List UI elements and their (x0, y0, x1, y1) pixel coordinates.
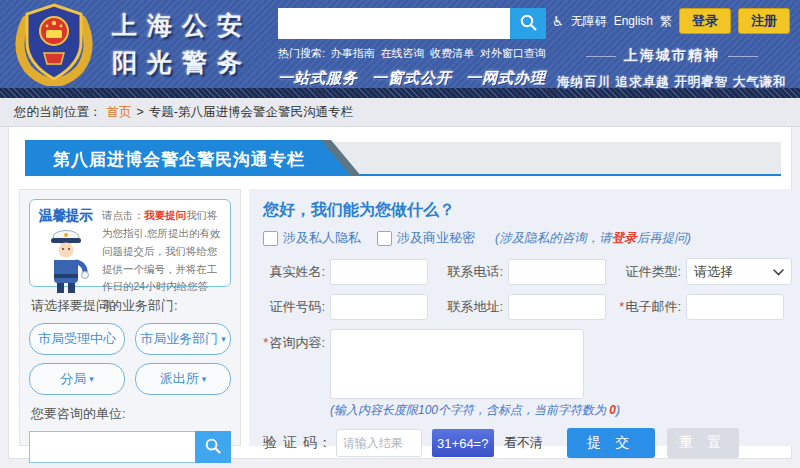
inquiry-form-panel: 您好，我们能为您做什么？ 涉及私人隐私 涉及商业秘密 (涉及隐私的咨询，请登录后… (249, 189, 800, 446)
page-title-banner: 第八届进博会警企警民沟通专栏 (19, 140, 781, 176)
site-title-line2: 阳光警务 (112, 44, 252, 81)
address-input[interactable] (508, 294, 606, 320)
privacy-login-link[interactable]: 登录 (612, 231, 637, 245)
slogan-one-window: 一窗式公开 (372, 69, 452, 88)
phone-label: 联系电话: (441, 263, 503, 281)
unit-search-button[interactable] (195, 431, 231, 463)
policeman-mascot-image (43, 227, 89, 297)
caret-down-icon: ▾ (89, 375, 94, 384)
city-spirit-text: 海纳百川 追求卓越 开明睿智 大气谦和 (554, 74, 790, 91)
private-privacy-checkbox[interactable] (263, 231, 278, 246)
tips-title: 温馨提示 (39, 207, 93, 225)
phone-input[interactable] (508, 259, 606, 285)
id-number-label: 证件号码: (263, 298, 325, 316)
unit-search-input[interactable] (29, 431, 195, 463)
private-privacy-label[interactable]: 涉及私人隐私 (283, 229, 361, 247)
tips-prefix: 请点击： (102, 209, 144, 221)
divider-line (728, 56, 758, 57)
site-title: 上海公安 阳光警务 (112, 7, 252, 81)
tips-body: 我们将为您指引.您所提出的有效问题提交后，我们将给您提供一个编号，并将在工作日的… (102, 209, 220, 310)
header-right-area: ♿ 无障碍 English 繁 登录 注册 上海城市精神 海纳百川 追求卓越 开… (554, 8, 790, 91)
traditional-chinese-link[interactable]: 繁 (660, 13, 672, 30)
dept-button-reception-center[interactable]: 市局受理中心 (29, 323, 125, 355)
slogan-one-net: 一网式办理 (466, 69, 546, 88)
login-button[interactable]: 登录 (679, 8, 731, 34)
privacy-note: (涉及隐私的咨询，请登录后再提问) (495, 230, 691, 247)
service-slogans: 一站式服务 一窗式公开 一网式办理 (278, 69, 546, 88)
inquiry-content-textarea[interactable] (330, 329, 584, 399)
hot-link-fees[interactable]: 收费清单 (430, 46, 474, 61)
city-spirit-heading: 上海城市精神 (554, 47, 790, 65)
captcha-image[interactable]: 31+64=? (432, 429, 494, 457)
hot-search-label: 热门搜索: (278, 46, 325, 61)
captcha-refresh-link[interactable]: 看不清 (504, 434, 543, 452)
hot-search-row: 热门搜索: 办事指南 在线咨询 收费清单 对外窗口查询 (278, 46, 546, 61)
sidebar-panel: 温馨提示 (19, 189, 241, 446)
police-badge-logo (12, 2, 96, 90)
breadcrumb-prefix: 您的当前位置： (14, 104, 102, 121)
captcha-label: 验 证 码： (263, 434, 333, 452)
id-type-label: 证件类型: (619, 263, 681, 281)
page-title: 第八届进博会警企警民沟通专栏 (53, 148, 305, 171)
dept-button-bureau-departments[interactable]: 市局业务部门 ▾ (135, 323, 231, 355)
name-input[interactable] (330, 259, 428, 285)
email-label: *电子邮件: (619, 298, 681, 316)
breadcrumb: 您的当前位置： 首页 > 专题-第八届进博会警企警民沟通专栏 (0, 98, 800, 127)
hot-link-consult[interactable]: 在线咨询 (381, 46, 425, 61)
header-search-area: 热门搜索: 办事指南 在线咨询 收费清单 对外窗口查询 一站式服务 一窗式公开 … (278, 8, 546, 88)
id-type-select[interactable]: 请选择 (686, 258, 792, 285)
email-input[interactable] (686, 294, 784, 320)
site-header: 上海公安 阳光警务 热门搜索: 办事指南 在线咨询 收费清单 对外窗口查询 一站… (0, 0, 800, 88)
form-greeting: 您好，我们能为您做什么？ (263, 200, 792, 221)
hot-link-window[interactable]: 对外窗口查询 (480, 46, 546, 61)
address-label: 联系地址: (441, 298, 503, 316)
required-mark: * (263, 335, 268, 350)
hot-link-guide[interactable]: 办事指南 (331, 46, 375, 61)
char-limit-note: (输入内容长度限100个字符，含标点，当前字符数为 0) (330, 402, 792, 419)
business-secret-label[interactable]: 涉及商业秘密 (397, 229, 475, 247)
accessibility-link[interactable]: 无障碍 (571, 13, 607, 30)
slogan-one-stop: 一站式服务 (278, 69, 358, 88)
department-buttons: 市局受理中心 市局业务部门 ▾ 分局 ▾ 派出所 ▾ (29, 323, 231, 395)
site-search-button[interactable] (510, 8, 546, 39)
content-wrapper: 第八届进博会警企警民沟通专栏 温馨提示 (8, 127, 792, 459)
unit-search-label: 您要咨询的单位: (31, 405, 229, 423)
chevron-down-icon (773, 264, 784, 279)
content-label: *咨询内容: (263, 334, 325, 399)
register-button[interactable]: 注册 (738, 8, 790, 34)
id-number-input[interactable] (330, 294, 428, 320)
breadcrumb-current: 专题-第八届进博会警企警民沟通专栏 (149, 104, 353, 121)
divider-line (586, 56, 616, 57)
site-title-line1: 上海公安 (112, 7, 252, 44)
search-icon (204, 437, 222, 458)
captcha-input[interactable] (336, 429, 422, 457)
reset-button[interactable]: 重 置 (667, 428, 739, 458)
dept-button-branch[interactable]: 分局 ▾ (29, 363, 125, 395)
caret-down-icon: ▾ (202, 375, 207, 384)
submit-button[interactable]: 提 交 (567, 428, 655, 458)
breadcrumb-home-link[interactable]: 首页 (107, 104, 132, 121)
breadcrumb-separator: > (137, 105, 144, 119)
ask-question-link[interactable]: 我要提问 (144, 209, 186, 221)
business-secret-checkbox[interactable] (377, 231, 392, 246)
tips-text: 请点击：我要提问我们将为您指引.您所提出的有效问题提交后，我们将给您提供一个编号… (102, 207, 225, 279)
required-mark: * (619, 299, 624, 314)
caret-down-icon: ▾ (221, 335, 226, 344)
tips-box: 温馨提示 (29, 199, 231, 287)
wheelchair-icon: ♿ (552, 14, 564, 29)
department-select-label: 请选择要提问的业务部门: (31, 297, 229, 315)
dept-button-police-station[interactable]: 派出所 ▾ (135, 363, 231, 395)
search-icon (519, 13, 538, 35)
english-link[interactable]: English (614, 14, 653, 28)
name-label: 真实姓名: (263, 263, 325, 281)
site-search-input[interactable] (278, 8, 510, 39)
